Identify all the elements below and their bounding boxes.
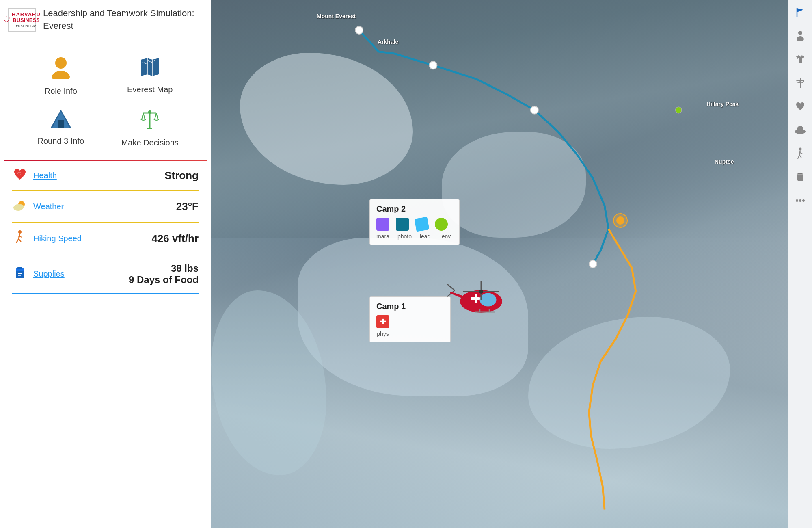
scale-icon bbox=[139, 108, 160, 134]
svg-line-10 bbox=[143, 113, 145, 119]
nav-role-info[interactable]: Role Info bbox=[16, 52, 106, 100]
svg-line-22 bbox=[19, 239, 21, 242]
svg-point-18 bbox=[14, 206, 19, 210]
logo-publishing: PUBLISHING bbox=[12, 24, 41, 28]
health-value: Strong bbox=[164, 169, 199, 182]
svg-point-48 bbox=[798, 31, 802, 35]
right-sidebar bbox=[788, 0, 812, 528]
supplies-value-lbs: 38 lbs bbox=[171, 263, 199, 274]
helicopter bbox=[447, 276, 512, 329]
svg-point-53 bbox=[797, 126, 803, 132]
sidebar-dots-icon[interactable] bbox=[792, 193, 808, 209]
supplies-value-food: 9 Days of Food bbox=[129, 274, 199, 286]
member-env-dot bbox=[435, 218, 448, 231]
svg-rect-40 bbox=[475, 294, 477, 303]
camp1-box: Camp 1 ✚ phys bbox=[369, 296, 451, 342]
camp2-box: Camp 2 mara photo lead env bbox=[369, 199, 460, 245]
person-icon bbox=[50, 56, 71, 82]
member-mara-name: mara bbox=[376, 233, 389, 240]
svg-line-12 bbox=[156, 113, 158, 119]
svg-point-19 bbox=[18, 230, 22, 234]
logo-harvard: HARVARD bbox=[12, 12, 41, 17]
logo-business: BUSINESS bbox=[12, 17, 41, 23]
arkhale-label: Arkhale bbox=[378, 39, 398, 45]
supplies-label[interactable]: Supplies bbox=[33, 269, 129, 279]
svg-line-34 bbox=[447, 284, 455, 290]
tent-icon bbox=[49, 108, 73, 132]
logo-area: 🛡 HARVARD BUSINESS PUBLISHING bbox=[8, 8, 36, 32]
everest-map-label: Everest Map bbox=[127, 85, 173, 94]
health-label[interactable]: Health bbox=[33, 171, 164, 180]
hillary-peak-label: Hillary Peak bbox=[706, 101, 739, 107]
header: 🛡 HARVARD BUSINESS PUBLISHING Leadership… bbox=[0, 0, 211, 40]
sidebar-scale-icon[interactable] bbox=[792, 75, 808, 91]
stats-section: ♡ Health Strong Weather 23°F bbox=[0, 161, 211, 294]
sidebar-hat-icon[interactable] bbox=[792, 122, 808, 138]
weather-icon bbox=[12, 199, 28, 214]
member-lead-dot bbox=[414, 216, 429, 232]
svg-line-57 bbox=[799, 155, 801, 158]
member-mara-dot bbox=[376, 218, 389, 231]
svg-text:♡: ♡ bbox=[17, 171, 22, 177]
svg-line-21 bbox=[16, 239, 19, 243]
svg-line-11 bbox=[155, 113, 156, 119]
svg-point-62 bbox=[796, 199, 798, 202]
mount-everest-label: Mount Everest bbox=[317, 13, 356, 19]
logo-box: 🛡 HARVARD BUSINESS PUBLISHING bbox=[8, 8, 36, 32]
supplies-icon bbox=[12, 265, 28, 283]
svg-point-63 bbox=[799, 199, 801, 202]
nuptse-label: Nuptse bbox=[715, 158, 734, 165]
svg-point-43 bbox=[479, 290, 483, 294]
nav-round3-info[interactable]: Round 3 Info bbox=[16, 104, 106, 151]
member-phys-name: phys bbox=[376, 331, 389, 337]
svg-point-49 bbox=[797, 36, 804, 41]
health-row: ♡ Health Strong bbox=[8, 161, 203, 190]
svg-point-8 bbox=[148, 110, 151, 114]
svg-point-1 bbox=[52, 71, 70, 79]
svg-line-9 bbox=[142, 113, 143, 119]
member-phys-dot: ✚ bbox=[376, 315, 389, 328]
logo-shield-icon: 🛡 bbox=[3, 15, 11, 24]
svg-point-0 bbox=[55, 57, 67, 69]
nav-everest-map[interactable]: Everest Map bbox=[106, 52, 195, 100]
nav-grid: Role Info Everest Map bbox=[0, 40, 211, 160]
hiking-speed-row: Hiking Speed 426 vft/hr bbox=[8, 223, 203, 255]
hike-icon bbox=[12, 230, 28, 247]
camp2-members bbox=[376, 218, 453, 231]
make-decisions-label: Make Decisions bbox=[121, 138, 179, 147]
camp2-member-names: mara photo lead env bbox=[376, 233, 453, 240]
svg-rect-26 bbox=[17, 267, 22, 269]
role-info-label: Role Info bbox=[45, 87, 77, 96]
svg-point-54 bbox=[799, 148, 801, 151]
health-icon: ♡ bbox=[12, 168, 28, 183]
camp1-title: Camp 1 bbox=[376, 302, 444, 311]
header-title: Leadership and Teamwork Simulation:Evere… bbox=[43, 7, 194, 32]
member-lead-name: lead bbox=[419, 233, 432, 240]
sidebar-person-icon[interactable] bbox=[792, 28, 808, 44]
sidebar-shirt-icon[interactable] bbox=[792, 51, 808, 67]
sidebar-barrel-icon[interactable] bbox=[792, 169, 808, 185]
weather-label[interactable]: Weather bbox=[33, 202, 176, 211]
map-icon bbox=[139, 56, 160, 81]
terrain-overlay bbox=[211, 0, 788, 528]
blue-divider-2 bbox=[12, 293, 199, 294]
hiking-speed-value: 426 vft/hr bbox=[151, 232, 199, 245]
member-photo-name: photo bbox=[397, 233, 410, 240]
camp2-title: Camp 2 bbox=[376, 204, 453, 214]
member-env-name: env bbox=[440, 233, 453, 240]
hiking-speed-label[interactable]: Hiking Speed bbox=[33, 234, 151, 243]
camp1-member-names: phys bbox=[376, 331, 444, 337]
map-area[interactable]: Mount Everest Arkhale Hillary Peak Nupts… bbox=[211, 0, 788, 528]
svg-point-64 bbox=[802, 199, 805, 202]
left-panel: 🛡 HARVARD BUSINESS PUBLISHING Leadership… bbox=[0, 0, 211, 528]
round3-info-label: Round 3 Info bbox=[37, 136, 84, 146]
svg-rect-61 bbox=[798, 173, 802, 174]
camp1-members: ✚ bbox=[376, 315, 444, 328]
sidebar-flag-icon[interactable] bbox=[792, 4, 808, 20]
member-photo-dot bbox=[396, 218, 409, 231]
weather-value: 23°F bbox=[176, 200, 199, 213]
nav-make-decisions[interactable]: Make Decisions bbox=[106, 104, 195, 151]
sidebar-hiker-icon[interactable] bbox=[792, 145, 808, 162]
svg-rect-13 bbox=[147, 128, 152, 129]
sidebar-heart-icon[interactable] bbox=[792, 98, 808, 115]
